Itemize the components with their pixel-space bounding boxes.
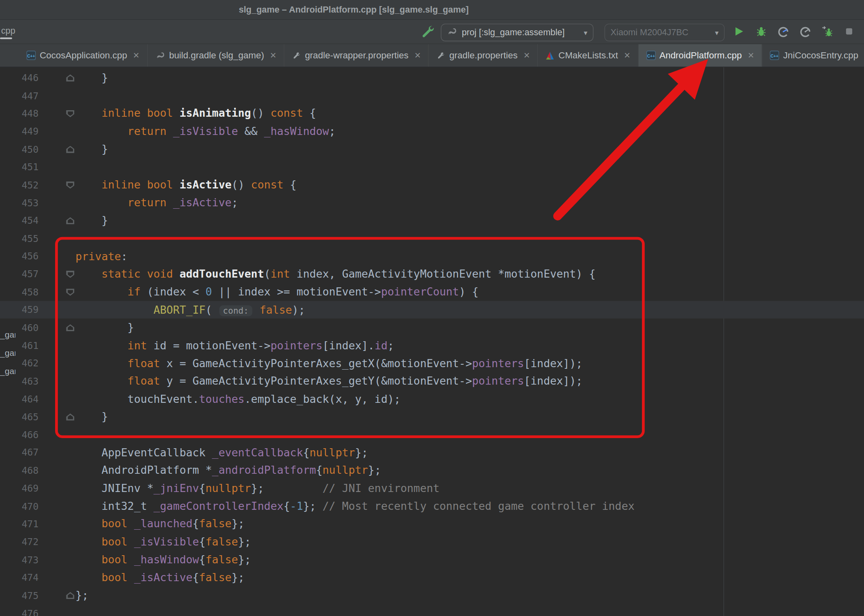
line-number[interactable]: 459	[0, 304, 38, 315]
debug-icon[interactable]	[754, 24, 768, 38]
line-number[interactable]: 456	[0, 251, 38, 262]
code-token: [index]);	[524, 357, 582, 370]
window-titlebar[interactable]: slg_game – AndroidPlatform.cpp [slg_game…	[0, 0, 864, 20]
code-line[interactable]: 452 inline bool isActive() const {	[0, 176, 864, 194]
profile-icon[interactable]	[776, 24, 790, 38]
code-line[interactable]: 476	[0, 604, 864, 616]
chevron-down-icon: ▾	[584, 28, 588, 36]
close-icon[interactable]: ×	[415, 50, 421, 61]
line-number[interactable]: 446	[0, 72, 38, 83]
close-icon[interactable]: ×	[133, 50, 139, 61]
build-wrench-icon[interactable]	[420, 25, 434, 39]
gradle-icon	[447, 26, 458, 39]
code-line[interactable]: 446 }	[0, 69, 864, 87]
fold-end-icon[interactable]	[38, 586, 75, 604]
code-line[interactable]: 458 if (index < 0 || index >= motionEven…	[0, 283, 864, 301]
line-number[interactable]: 452	[0, 180, 38, 190]
code-line[interactable]: 460 }	[0, 319, 864, 337]
attach-debugger-icon[interactable]	[820, 24, 834, 38]
line-number[interactable]: 455	[0, 233, 38, 244]
line-number[interactable]: 449	[0, 126, 38, 137]
fold-end-icon[interactable]	[38, 408, 75, 426]
line-number[interactable]: 473	[0, 554, 38, 565]
editor-tab[interactable]: gradle-wrapper.properties×	[284, 44, 429, 67]
line-number[interactable]: 476	[0, 608, 38, 616]
line-number[interactable]: 450	[0, 144, 38, 155]
line-number[interactable]: 468	[0, 465, 38, 476]
line-number[interactable]: 466	[0, 429, 38, 440]
line-number[interactable]: 454	[0, 215, 38, 226]
code-line[interactable]: 466	[0, 426, 864, 444]
line-number[interactable]: 465	[0, 411, 38, 422]
line-number[interactable]: 451	[0, 162, 38, 173]
fold-start-icon[interactable]	[38, 176, 75, 194]
line-number[interactable]: 457	[0, 269, 38, 280]
code-line[interactable]: 449 return _isVisible && _hasWindow;	[0, 122, 864, 140]
close-icon[interactable]: ×	[748, 50, 754, 61]
line-number[interactable]: 474	[0, 572, 38, 583]
code-line[interactable]: 461 int id = motionEvent->pointers[index…	[0, 337, 864, 355]
close-icon[interactable]: ×	[624, 50, 630, 61]
line-number[interactable]: 447	[0, 90, 38, 101]
editor-tab[interactable]: gradle.properties×	[429, 44, 538, 67]
fold-start-icon[interactable]	[38, 105, 75, 122]
editor-tab[interactable]: C++AndroidPlatform.cpp×	[639, 44, 762, 67]
line-number[interactable]: 472	[0, 536, 38, 547]
code-line[interactable]: 471 bool _launched{false};	[0, 515, 864, 533]
code-line[interactable]: 454 }	[0, 212, 864, 229]
editor-tab[interactable]: C++CocosApplication.cpp×	[19, 44, 148, 67]
run-configuration-label: proj [:slg_game:assemble]	[462, 28, 565, 37]
run-icon[interactable]	[732, 24, 746, 38]
close-icon[interactable]: ×	[524, 50, 530, 61]
line-number[interactable]: 453	[0, 197, 38, 208]
code-line[interactable]: 470 int32_t _gameControllerIndex{-1}; //…	[0, 497, 864, 515]
editor-tab[interactable]: C++JniCocosEntry.cpp×	[762, 44, 864, 67]
code-line[interactable]: 456private:	[0, 247, 864, 265]
code-line[interactable]: 475};	[0, 586, 864, 604]
close-icon[interactable]: ×	[270, 50, 276, 61]
code-line[interactable]: 474 bool _isActive{false};	[0, 569, 864, 586]
device-selector[interactable]: Xiaomi M2004J7BC ▾	[605, 24, 725, 41]
code-line[interactable]: 455	[0, 229, 864, 247]
code-line[interactable]: 447	[0, 87, 864, 105]
gauge-icon[interactable]	[798, 24, 812, 38]
code-line[interactable]: 468 AndroidPlatform *_androidPlatform{nu…	[0, 462, 864, 479]
fold-end-icon[interactable]	[38, 69, 75, 87]
code-line[interactable]: 473 bool _hasWindow{false};	[0, 551, 864, 569]
fold-start-icon[interactable]	[38, 283, 75, 301]
code-line[interactable]: 450 }	[0, 140, 864, 158]
fold-end-icon[interactable]	[38, 212, 75, 229]
code-line[interactable]: 467 AppEventCallback _eventCallback{null…	[0, 444, 864, 462]
editor-tab[interactable]: CMakeLists.txt×	[538, 44, 639, 67]
line-number[interactable]: 464	[0, 394, 38, 404]
line-number[interactable]: 471	[0, 518, 38, 529]
code-line[interactable]: 459 ABORT_IF( cond: false);	[0, 301, 864, 319]
code-editor[interactable]: 446 }447448 inline bool isAnimating() co…	[0, 67, 864, 616]
code-line[interactable]: 451	[0, 158, 864, 176]
code-line[interactable]: 469 JNIEnv *_jniEnv{nullptr}; // JNI env…	[0, 479, 864, 497]
line-number[interactable]: 463	[0, 376, 38, 387]
code-line[interactable]: 453 return _isActive;	[0, 194, 864, 212]
line-number[interactable]: 475	[0, 590, 38, 601]
code-token: int	[270, 268, 290, 280]
code-line[interactable]: 465 }	[0, 408, 864, 426]
code-text: float x = GameActivityPointerAxes_getX(&…	[75, 357, 582, 370]
code-line[interactable]: 472 bool _isVisible{false};	[0, 533, 864, 551]
line-number[interactable]: 470	[0, 500, 38, 511]
line-number[interactable]: 458	[0, 287, 38, 297]
code-line[interactable]: 462 float x = GameActivityPointerAxes_ge…	[0, 355, 864, 372]
code-line[interactable]: 463 float y = GameActivityPointerAxes_ge…	[0, 372, 864, 390]
code-line[interactable]: 457 static void addTouchEvent(int index,…	[0, 265, 864, 283]
line-number[interactable]: 469	[0, 483, 38, 494]
fold-end-icon[interactable]	[38, 319, 75, 337]
fold-end-icon[interactable]	[38, 140, 75, 158]
code-line[interactable]: 464 touchEvent.touches.emplace_back(x, y…	[0, 390, 864, 408]
line-number[interactable]: 467	[0, 447, 38, 458]
stop-icon[interactable]	[842, 24, 856, 38]
toolwindow-stripe-handle[interactable]	[0, 37, 12, 39]
run-configuration-select[interactable]: proj [:slg_game:assemble] ▾	[441, 24, 594, 41]
fold-start-icon[interactable]	[38, 265, 75, 283]
line-number[interactable]: 448	[0, 108, 38, 119]
code-line[interactable]: 448 inline bool isAnimating() const {	[0, 105, 864, 122]
editor-tab[interactable]: build.gradle (slg_game)×	[148, 44, 284, 67]
